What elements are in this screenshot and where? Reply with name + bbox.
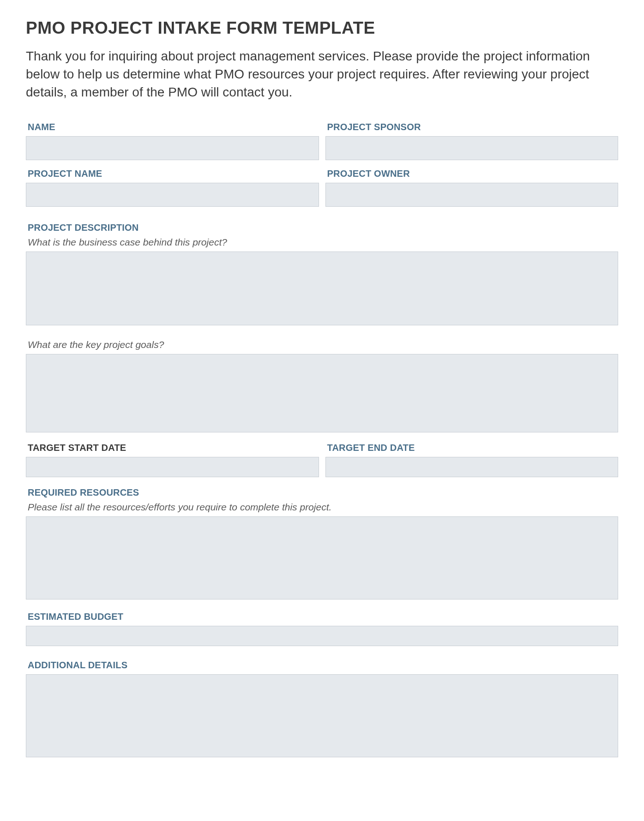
project-sponsor-input[interactable] [325,136,619,160]
required-resources-label: REQUIRED RESOURCES [26,487,618,498]
name-label: NAME [26,122,319,132]
name-input[interactable] [26,136,319,160]
business-case-textarea[interactable] [26,252,618,325]
intro-text: Thank you for inquiring about project ma… [26,47,618,102]
key-goals-textarea[interactable] [26,354,618,432]
key-goals-hint: What are the key project goals? [26,339,618,350]
target-end-date-input[interactable] [325,457,619,477]
target-start-date-input[interactable] [26,457,319,477]
estimated-budget-label: ESTIMATED BUDGET [26,611,618,622]
target-end-date-label: TARGET END DATE [325,443,619,453]
project-owner-label: PROJECT OWNER [325,168,619,179]
required-resources-textarea[interactable] [26,516,618,599]
business-case-hint: What is the business case behind this pr… [26,237,618,248]
target-start-date-label: TARGET START DATE [26,443,319,453]
project-name-label: PROJECT NAME [26,168,319,179]
project-owner-input[interactable] [325,183,619,207]
page-title: PMO PROJECT INTAKE FORM TEMPLATE [26,18,618,38]
estimated-budget-textarea[interactable] [26,626,618,646]
resources-hint: Please list all the resources/efforts yo… [26,502,618,513]
project-name-input[interactable] [26,183,319,207]
project-description-label: PROJECT DESCRIPTION [26,222,618,233]
additional-details-textarea[interactable] [26,674,618,757]
project-sponsor-label: PROJECT SPONSOR [325,122,619,132]
additional-details-label: ADDITIONAL DETAILS [26,660,618,671]
